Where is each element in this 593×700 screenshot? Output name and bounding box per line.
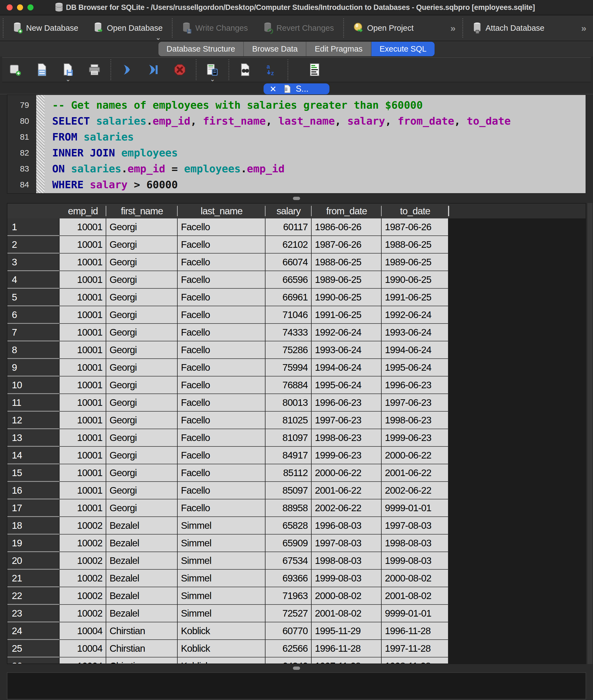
- zoom-window-button[interactable]: [28, 4, 34, 10]
- table-cell[interactable]: 60770: [266, 622, 312, 640]
- row-number-cell[interactable]: 3: [7, 253, 60, 271]
- table-cell[interactable]: 62102: [266, 236, 312, 253]
- table-cell[interactable]: 10004: [60, 657, 106, 664]
- table-cell[interactable]: 1997-11-28: [312, 657, 382, 664]
- close-tab-icon[interactable]: ✕: [270, 84, 276, 94]
- table-cell[interactable]: Simmel: [177, 587, 266, 605]
- tab-edit-pragmas[interactable]: Edit Pragmas: [306, 42, 371, 56]
- table-cell[interactable]: 1989-06-25: [312, 271, 382, 289]
- table-cell[interactable]: 1987-06-26: [382, 218, 448, 236]
- table-cell[interactable]: Facello: [177, 499, 266, 517]
- table-cell[interactable]: Facello: [177, 447, 266, 464]
- table-cell[interactable]: 1996-11-28: [382, 622, 448, 640]
- table-cell[interactable]: 10001: [60, 359, 106, 376]
- save-sql-dropdown-icon[interactable]: ⌄: [66, 76, 71, 83]
- row-number-cell[interactable]: 20: [7, 552, 60, 570]
- table-cell[interactable]: 1997-11-28: [382, 640, 448, 657]
- table-cell[interactable]: 1992-06-24: [382, 306, 448, 324]
- table-row[interactable]: 2310002BezalelSimmel725272001-08-029999-…: [7, 605, 586, 622]
- table-cell[interactable]: 66596: [266, 271, 312, 289]
- table-cell[interactable]: Georgi: [106, 289, 177, 306]
- table-cell[interactable]: 10001: [60, 253, 106, 271]
- row-number-cell[interactable]: 13: [7, 429, 60, 447]
- table-cell[interactable]: Facello: [177, 429, 266, 447]
- table-row[interactable]: 2210002BezalelSimmel719632000-08-022001-…: [7, 587, 586, 605]
- table-cell[interactable]: Facello: [177, 464, 266, 482]
- table-cell[interactable]: 81025: [266, 412, 312, 429]
- table-row[interactable]: 510001GeorgiFacello669611990-06-251991-0…: [7, 289, 586, 306]
- table-cell[interactable]: Bezalel: [106, 570, 177, 587]
- table-cell[interactable]: Simmel: [177, 517, 266, 535]
- table-cell[interactable]: Georgi: [106, 412, 177, 429]
- row-number-cell[interactable]: 1: [7, 218, 60, 236]
- table-row[interactable]: 2010002BezalelSimmel675341998-08-031999-…: [7, 552, 586, 570]
- toolbar-overflow-icon-2[interactable]: »: [576, 23, 591, 34]
- editor-results-splitter[interactable]: [0, 194, 593, 203]
- table-cell[interactable]: 1996-06-23: [312, 394, 382, 412]
- row-number-cell[interactable]: 12: [7, 412, 60, 429]
- table-cell[interactable]: 10001: [60, 236, 106, 253]
- toolbar-overflow-icon[interactable]: »: [445, 23, 461, 34]
- table-cell[interactable]: Facello: [177, 289, 266, 306]
- table-row[interactable]: 410001GeorgiFacello665961989-06-251990-0…: [7, 271, 586, 289]
- row-number-cell[interactable]: 9: [7, 359, 60, 376]
- table-cell[interactable]: 1997-06-23: [382, 394, 448, 412]
- table-cell[interactable]: 84917: [266, 447, 312, 464]
- table-cell[interactable]: 67534: [266, 552, 312, 570]
- table-cell[interactable]: Georgi: [106, 464, 177, 482]
- table-row[interactable]: 1310001GeorgiFacello810971998-06-231999-…: [7, 429, 586, 447]
- table-cell[interactable]: 1991-06-25: [312, 306, 382, 324]
- open-sql-file-button[interactable]: [35, 63, 49, 77]
- column-header-last-name[interactable]: last_name: [177, 204, 266, 218]
- table-cell[interactable]: 65828: [266, 517, 312, 535]
- table-cell[interactable]: Georgi: [106, 499, 177, 517]
- table-cell[interactable]: 2002-06-22: [312, 499, 382, 517]
- table-row[interactable]: 1410001GeorgiFacello849171999-06-232000-…: [7, 447, 586, 464]
- table-row[interactable]: 810001GeorgiFacello752861993-06-241994-0…: [7, 341, 586, 359]
- table-cell[interactable]: 1995-06-24: [312, 376, 382, 394]
- table-row[interactable]: 1110001GeorgiFacello800131996-06-231997-…: [7, 394, 586, 412]
- table-cell[interactable]: Facello: [177, 324, 266, 341]
- table-cell[interactable]: Georgi: [106, 376, 177, 394]
- table-cell[interactable]: 1991-06-25: [382, 289, 448, 306]
- table-cell[interactable]: Bezalel: [106, 552, 177, 570]
- table-cell[interactable]: 10001: [60, 271, 106, 289]
- table-cell[interactable]: 2000-06-22: [312, 464, 382, 482]
- table-cell[interactable]: Simmel: [177, 605, 266, 622]
- table-cell[interactable]: 10001: [60, 499, 106, 517]
- table-cell[interactable]: 66074: [266, 253, 312, 271]
- save-sql-file-button[interactable]: ⌄: [61, 63, 75, 77]
- table-cell[interactable]: Facello: [177, 306, 266, 324]
- table-cell[interactable]: Georgi: [106, 429, 177, 447]
- table-cell[interactable]: 85112: [266, 464, 312, 482]
- table-cell[interactable]: Georgi: [106, 447, 177, 464]
- table-cell[interactable]: 10002: [60, 605, 106, 622]
- table-cell[interactable]: 10002: [60, 552, 106, 570]
- table-cell[interactable]: 1990-06-25: [382, 271, 448, 289]
- column-header-salary[interactable]: salary: [266, 204, 312, 218]
- table-cell[interactable]: 1999-08-03: [312, 570, 382, 587]
- attach-database-button[interactable]: Attach Database: [465, 15, 552, 41]
- table-cell[interactable]: 1986-06-26: [312, 218, 382, 236]
- table-cell[interactable]: 1995-06-24: [382, 359, 448, 376]
- tab-execute-sql[interactable]: Execute SQL: [371, 42, 435, 56]
- table-cell[interactable]: 10002: [60, 570, 106, 587]
- table-cell[interactable]: Georgi: [106, 341, 177, 359]
- table-cell[interactable]: 81097: [266, 429, 312, 447]
- new-database-button[interactable]: New Database: [5, 15, 86, 41]
- table-cell[interactable]: 66961: [266, 289, 312, 306]
- table-cell[interactable]: 10002: [60, 535, 106, 552]
- stop-execution-button[interactable]: [173, 63, 187, 77]
- table-cell[interactable]: 1993-06-24: [312, 341, 382, 359]
- execution-log[interactable]: Execution finished without errors. Resul…: [7, 672, 586, 699]
- table-cell[interactable]: Facello: [177, 394, 266, 412]
- table-row[interactable]: 2610004ChirstianKoblick643401997-11-2819…: [7, 657, 586, 664]
- table-cell[interactable]: 1994-06-24: [312, 359, 382, 376]
- results-log-splitter[interactable]: [0, 664, 593, 672]
- row-number-cell[interactable]: 26: [7, 657, 60, 664]
- row-number-cell[interactable]: 19: [7, 535, 60, 552]
- table-cell[interactable]: 2002-06-22: [382, 482, 448, 499]
- table-cell[interactable]: Facello: [177, 412, 266, 429]
- row-number-cell[interactable]: 2: [7, 236, 60, 253]
- minimize-window-button[interactable]: [17, 4, 23, 10]
